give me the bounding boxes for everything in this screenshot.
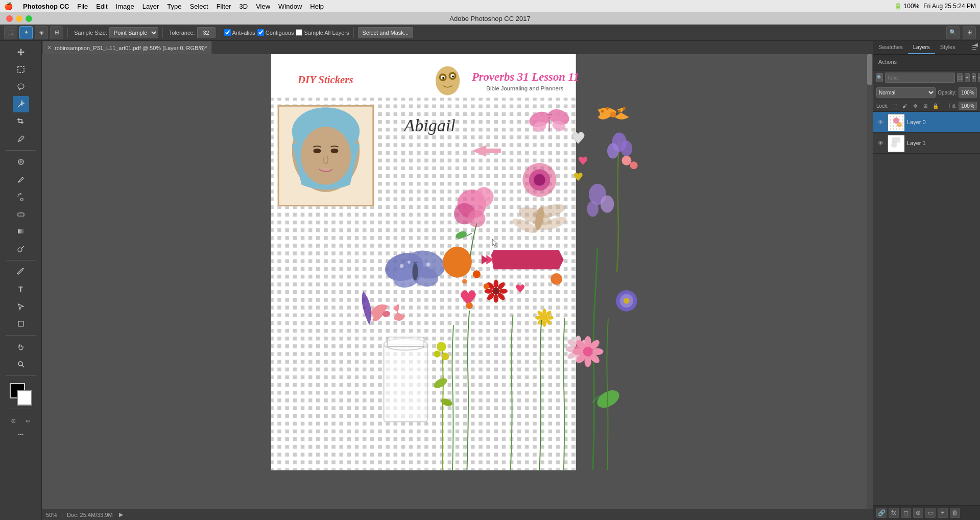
filter-type-btn[interactable]: T <box>972 73 976 82</box>
tool-rect-marquee[interactable] <box>13 61 29 78</box>
tab-close-icon[interactable]: ✕ <box>47 44 52 51</box>
tool-eraser[interactable] <box>13 206 29 222</box>
tool-dodge[interactable] <box>13 241 29 257</box>
canvas-area[interactable]: DIY Stickers Proverbs 31 Lesson 11 Bible… <box>42 54 873 509</box>
menu-help[interactable]: Help <box>310 3 324 10</box>
extra-tools-btn[interactable]: ••• <box>18 432 23 437</box>
tool-healing[interactable] <box>13 154 29 170</box>
menu-edit[interactable]: Edit <box>96 3 107 10</box>
tab-layers[interactable]: Layers <box>908 41 935 54</box>
svg-point-95 <box>542 309 546 315</box>
tool-brush[interactable] <box>13 171 29 187</box>
svg-point-104 <box>473 270 481 278</box>
fill-input[interactable] <box>959 102 977 110</box>
contiguous-wrap[interactable]: Contiguous <box>257 29 294 36</box>
doc-size: Doc: 25.4M/33.9M <box>67 512 113 518</box>
filter-pixel-icon[interactable]: ⬚ <box>957 73 963 82</box>
tab-swatches[interactable]: Swatches <box>873 41 908 54</box>
new-group-btn[interactable]: ▭ <box>925 508 936 518</box>
sample-all-checkbox[interactable] <box>296 29 302 36</box>
scrollbar-thumb[interactable] <box>867 54 872 85</box>
lock-artboard-btn[interactable]: ⊞ <box>921 102 929 110</box>
color-swatch-area <box>10 383 32 406</box>
layer-name-0: Layer 0 <box>907 119 977 125</box>
svg-point-59 <box>587 201 599 217</box>
scroll-arrow[interactable]: ▶ <box>119 511 123 518</box>
filter-type-icon[interactable]: 🔍 <box>876 73 883 82</box>
svg-point-5 <box>18 248 22 252</box>
menu-filter[interactable]: Filter <box>217 3 231 10</box>
svg-rect-142 <box>892 137 900 143</box>
tool-pen[interactable] <box>13 264 29 280</box>
filter-adjust-icon[interactable]: ✦ <box>965 73 970 82</box>
maximize-button[interactable] <box>26 15 32 22</box>
layer-mask-btn[interactable]: ◻ <box>901 508 911 518</box>
menu-bar: 🍎 Photoshop CC File Edit Image Layer Typ… <box>0 0 980 12</box>
document-tab[interactable]: ✕ robinsampson_P31_L11_art01.pdf @ 50% (… <box>42 41 212 54</box>
tab-actions[interactable]: Actions <box>873 56 902 69</box>
layer-item-layer1[interactable]: 👁 Layer 1 <box>873 133 980 154</box>
menu-app-name[interactable]: Photoshop CC <box>23 3 69 10</box>
lock-image-btn[interactable]: 🖌 <box>901 102 909 110</box>
tool-eyedropper[interactable] <box>13 131 29 147</box>
blend-mode-select[interactable]: Normal <box>876 87 936 98</box>
layers-search-input[interactable] <box>885 73 955 83</box>
lock-all-btn[interactable]: 🔒 <box>931 102 940 110</box>
anti-alias-checkbox[interactable] <box>224 29 231 36</box>
menu-view[interactable]: View <box>256 3 270 10</box>
menu-image[interactable]: Image <box>116 3 134 10</box>
tool-hand[interactable] <box>13 339 29 355</box>
canvas-scrollbar[interactable] <box>867 54 873 509</box>
tool-path-select[interactable] <box>13 298 29 315</box>
tool-zoom[interactable] <box>13 356 29 372</box>
object-select-btn[interactable]: ◈ <box>35 26 48 39</box>
tab-label: robinsampson_P31_L11_art01.pdf @ 50% (La… <box>55 45 207 51</box>
new-layer-btn[interactable]: + <box>938 508 948 518</box>
lock-position-btn[interactable]: ✥ <box>911 102 919 110</box>
lock-pixels-btn[interactable]: ⬚ <box>891 102 899 110</box>
layer-visibility-1[interactable]: 👁 <box>876 139 885 147</box>
filter-shape-icon[interactable]: ▭ <box>978 73 981 82</box>
select-and-mask-button[interactable]: Select and Mask... <box>358 27 414 38</box>
magic-wand-tool-btn[interactable]: ⬚ <box>4 26 17 39</box>
tolerance-input[interactable] <box>197 27 216 38</box>
menu-file[interactable]: File <box>77 3 88 10</box>
screen-mode-btn[interactable]: ▭ <box>22 414 34 427</box>
tool-type[interactable]: T <box>13 281 29 297</box>
background-color[interactable] <box>17 390 32 406</box>
quick-select-btn[interactable]: ✦ <box>19 26 33 39</box>
layer-style-btn[interactable]: fx <box>889 508 899 518</box>
panel-collapse-btn[interactable]: ◀ <box>974 42 978 48</box>
sample-all-wrap[interactable]: Sample All Layers <box>296 29 349 36</box>
search-icon[interactable]: 🔍 <box>946 26 960 39</box>
tool-clone[interactable] <box>13 188 29 205</box>
menu-layer[interactable]: Layer <box>142 3 159 10</box>
menu-window[interactable]: Window <box>278 3 302 10</box>
menu-type[interactable]: Type <box>167 3 181 10</box>
layer-visibility-0[interactable]: 👁 <box>876 118 885 126</box>
sample-size-select[interactable]: Point Sample <box>109 27 158 38</box>
adjustment-layer-btn[interactable]: ⊕ <box>913 508 923 518</box>
svg-point-70 <box>443 247 472 278</box>
close-button[interactable] <box>6 15 13 22</box>
tool-lasso[interactable] <box>13 79 29 95</box>
menu-3d[interactable]: 3D <box>240 3 248 10</box>
tool-gradient[interactable] <box>13 223 29 240</box>
link-layers-btn[interactable]: 🔗 <box>876 508 887 518</box>
tool-crop[interactable] <box>13 113 29 130</box>
menu-select[interactable]: Select <box>189 3 208 10</box>
new-selection-btn[interactable]: ⊞ <box>50 26 63 39</box>
arrange-icon[interactable]: ⊞ <box>963 26 976 39</box>
delete-layer-btn[interactable]: 🗑 <box>950 508 960 518</box>
apple-logo-icon[interactable]: 🍎 <box>4 2 13 10</box>
tab-styles[interactable]: Styles <box>935 41 961 54</box>
tool-magic-wand[interactable] <box>13 96 29 112</box>
quick-mask-btn[interactable]: ◎ <box>8 414 20 427</box>
contiguous-checkbox[interactable] <box>257 29 264 36</box>
tool-move[interactable] <box>13 44 29 60</box>
tool-shape[interactable] <box>13 316 29 332</box>
minimize-button[interactable] <box>16 15 22 22</box>
layer-item-layer0[interactable]: 👁 Layer 0 <box>873 112 980 133</box>
anti-alias-wrap[interactable]: Anti-alias <box>224 29 255 36</box>
opacity-input[interactable] <box>959 87 977 98</box>
